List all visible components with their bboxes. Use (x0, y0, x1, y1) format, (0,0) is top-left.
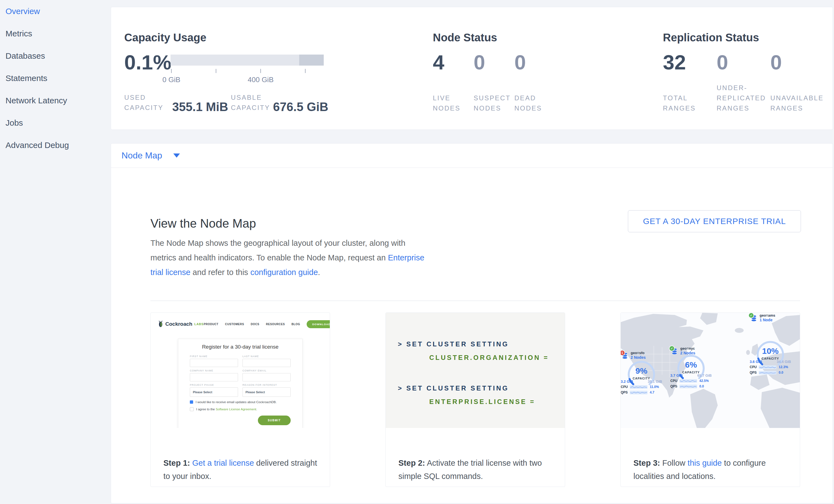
get-trial-license-link[interactable]: Get a trial license (192, 459, 254, 467)
replication-status-title: Replication Status (663, 31, 759, 44)
step3-label: Step 3: (633, 459, 660, 467)
sidebar-item-advanced-debug[interactable]: Advanced Debug (0, 134, 111, 156)
qps-label: QPS (750, 371, 756, 374)
qps-label: QPS (670, 385, 677, 388)
this-guide-link[interactable]: this guide (688, 459, 722, 467)
total-capacity: 34.4 GiB (777, 359, 791, 364)
view-selector-label[interactable]: Node Map (122, 151, 162, 161)
used-capacity: 3.2 GiB (621, 379, 633, 384)
field-label: COMPANY NAME (190, 369, 238, 372)
qps-sparkline (630, 391, 648, 394)
divider (150, 301, 800, 301)
cpu-label: CPU (670, 379, 677, 383)
sidebar-item-metrics[interactable]: Metrics (0, 22, 111, 45)
cpu-value: 42.5% (699, 379, 709, 383)
site-nav: PRODUCT CUSTOMERS DOCS RESOURCES BLOG DO… (204, 320, 330, 328)
sidebar-item-databases[interactable]: Databases (0, 45, 111, 67)
capacity-usage-title: Capacity Usage (124, 31, 206, 44)
sidebar: Overview Metrics Databases Statements Ne… (0, 0, 111, 504)
sidebar-item-statements[interactable]: Statements (0, 67, 111, 89)
cockroach-site-screenshot: Cockroach LABS PRODUCT CUSTOMERS DOCS RE… (154, 316, 327, 425)
company-name-field (190, 373, 238, 381)
sql-setting-line: ENTERPRISE.LICENSE = (429, 398, 535, 406)
sql-command-line: > SET CLUSTER SETTING (398, 340, 509, 348)
description-text: . (318, 268, 320, 277)
site-download-button: DOWNLOAD (307, 320, 330, 328)
license-agreement-checkbox-row: I agree to the Software License Agreemen… (190, 407, 291, 411)
site-header: Cockroach LABS PRODUCT CUSTOMERS DOCS RE… (154, 316, 327, 332)
company-email-field (242, 373, 291, 381)
field-label: COMPANY EMAIL (242, 369, 291, 372)
node-map-panel: Node Map View the Node Map The Node Map … (111, 143, 833, 503)
cpu-value: 11.0% (650, 385, 659, 389)
cpu-label: CPU (621, 385, 628, 389)
node-count: 1 Node (760, 317, 775, 323)
configuration-guide-link[interactable]: configuration guide (250, 268, 318, 277)
form-title: Register for a 30-day trial license (190, 344, 291, 350)
capacity-percent: 6% (670, 360, 712, 370)
capacity-tick (171, 69, 172, 73)
last-name-field (242, 359, 291, 367)
field-label: REASON FOR INTEREST (242, 384, 291, 386)
form-fields: FIRST NAME LAST NAME COMPANY NAME (190, 353, 291, 397)
capacity-tick (216, 69, 216, 73)
email-updates-checkbox-row: I would like to receive email updates ab… (190, 400, 291, 404)
step3-card: 1 geo=sfo 2 Nodes (620, 312, 800, 487)
steps-cards: Cockroach LABS PRODUCT CUSTOMERS DOCS RE… (150, 312, 800, 487)
total-capacity: 35.1 GiB (648, 379, 662, 384)
cluster-summary-panel: Capacity Usage 0.1% 0 GiB 400 GiB USED C… (111, 7, 833, 130)
enterprise-trial-button[interactable]: GET A 30-DAY ENTERPRISE TRIAL (628, 210, 801, 232)
sidebar-item-network-latency[interactable]: Network Latency (0, 89, 111, 112)
unavailable-ranges-label: UNAVAILABLE RANGES (770, 93, 823, 113)
healthy-badge: ✓ (748, 313, 754, 318)
node-count: 2 Nodes (631, 355, 645, 360)
sidebar-item-jobs[interactable]: Jobs (0, 112, 111, 134)
capacity-percent: 0.1% (124, 51, 171, 73)
submit-button: SUBMIT (258, 416, 291, 425)
cpu-sparkline (679, 379, 697, 383)
capacity-stats: USED CAPACITY 355.1 MiB USABLE CAPACITY … (111, 80, 359, 113)
used-capacity: 3.6 GiB (750, 359, 762, 364)
checkbox-label: I agree to the Software License Agreemen… (196, 408, 257, 411)
live-nodes-label: LIVE NODES (433, 93, 467, 113)
total-capacity: 65.7 GiB (697, 373, 712, 377)
db-console-overview-page: Overview Metrics Databases Statements Ne… (0, 0, 834, 504)
sql-command-line: > SET CLUSTER SETTING (398, 385, 509, 392)
field-label: FIRST NAME (190, 355, 238, 358)
under-replicated-ranges-label: UNDER-REPLICATED RANGES (717, 83, 766, 113)
cpu-label: CPU (750, 365, 756, 369)
used-capacity-value: 355.1 MiB (172, 100, 228, 114)
suspect-nodes-label: SUSPECT NODES (474, 93, 508, 113)
step2-caption: Step 2: Activate the trial license with … (386, 436, 565, 483)
node-status-title: Node Status (433, 31, 497, 44)
site-nav-docs: DOCS (251, 323, 259, 326)
sql-setting-line: CLUSTER.ORGANIZATION = (429, 354, 549, 361)
field-label: LAST NAME (242, 355, 291, 358)
checkbox-unchecked-icon (190, 407, 194, 411)
dead-nodes-label: DEAD NODES (514, 93, 549, 113)
usable-capacity-value: 676.5 GiB (273, 100, 328, 114)
sql-commands-preview: > SET CLUSTER SETTING CLUSTER.ORGANIZATI… (386, 313, 565, 428)
sidebar-item-overview[interactable]: Overview (0, 0, 111, 22)
site-nav-customers: CUSTOMERS (225, 323, 244, 326)
step1-caption: Step 1: Get a trial license delivered st… (151, 436, 330, 483)
usable-capacity-label: USABLE CAPACITY (231, 92, 275, 113)
site-nav-blog: BLOG (291, 323, 300, 326)
site-nav-product: PRODUCT (204, 323, 219, 326)
view-node-map-title: View the Node Map (150, 217, 256, 231)
step2-card: > SET CLUSTER SETTING CLUSTER.ORGANIZATI… (386, 312, 565, 487)
capacity-bar: 0 GiB 400 GiB (171, 54, 324, 66)
healthy-badge: ✓ (669, 346, 675, 351)
qps-value: 0.0 (778, 371, 783, 374)
capacity-percent: 10% (750, 346, 791, 356)
description-text: The Node Map shows the geographical layo… (150, 239, 405, 262)
cpu-value: 12.3% (778, 365, 788, 369)
used-capacity: 3.7 GiB (670, 373, 683, 377)
cpu-sparkline (630, 385, 648, 389)
description-text: and refer to this (190, 268, 250, 277)
capacity-tick (305, 69, 306, 73)
node-map-description: The Node Map shows the geographical layo… (150, 236, 426, 280)
step1-label: Step 1: (163, 459, 190, 467)
view-selector-dropdown[interactable]: Node Map (111, 144, 833, 168)
logo-labs-text: LABS (194, 323, 204, 326)
